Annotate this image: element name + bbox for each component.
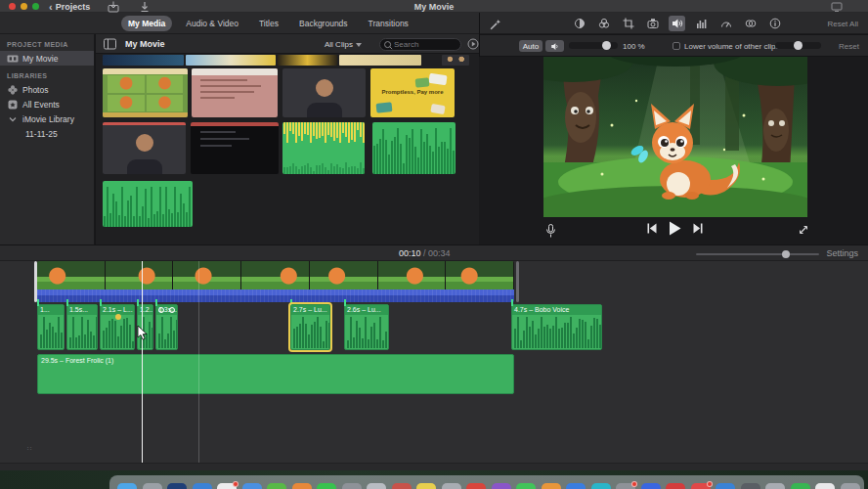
minimize-window-button[interactable] [21, 3, 27, 10]
ducking-slider[interactable] [775, 42, 821, 49]
play-button[interactable] [669, 221, 681, 236]
tab-titles[interactable]: Titles [252, 16, 285, 31]
ducking-slider-knob[interactable] [794, 41, 803, 50]
timeline-audio-clip-7[interactable]: 2.6s – Lu... [344, 304, 389, 350]
background-music-clip[interactable]: 29.5s – Forest Frolic (1) [37, 354, 514, 394]
dock-app-14-icon[interactable] [442, 483, 461, 489]
dock-app-24-icon[interactable] [691, 483, 711, 489]
volume-slider-knob[interactable] [602, 41, 611, 50]
crop-icon[interactable] [620, 16, 636, 31]
volume-icon[interactable] [669, 16, 685, 31]
voiceover-record-button[interactable] [545, 224, 556, 239]
timeline-scroll-strip[interactable] [0, 464, 868, 470]
projects-back-button[interactable]: ‹ Projects [49, 1, 90, 12]
enhance-wand-icon[interactable] [487, 17, 503, 32]
mute-button[interactable] [545, 40, 564, 52]
clips-filter-dropdown[interactable]: All Clips [325, 40, 362, 49]
dock-app-4-icon[interactable] [193, 483, 212, 489]
skimmer-line[interactable] [142, 261, 143, 463]
dock-app-8-icon[interactable] [292, 483, 312, 489]
dock-app-12-icon[interactable] [392, 483, 412, 489]
tab-audio-video[interactable]: Audio & Video [179, 16, 245, 31]
dock-app-18-icon[interactable] [542, 483, 561, 489]
clip-trim-handle-left[interactable] [34, 261, 37, 302]
dock-app-26-icon[interactable] [741, 483, 760, 489]
dock-app-20-icon[interactable] [591, 483, 611, 489]
noise-reduction-icon[interactable] [693, 16, 710, 31]
auto-volume-button[interactable]: Auto [519, 40, 542, 52]
dock-app-22-icon[interactable] [641, 483, 661, 489]
close-window-button[interactable] [9, 3, 16, 10]
info-icon[interactable] [766, 16, 783, 31]
tab-transitions[interactable]: Transitions [362, 16, 415, 31]
promo-clip[interactable]: Promptless, Pay more [370, 68, 455, 117]
tab-backgrounds[interactable]: Backgrounds [292, 16, 355, 31]
previous-frame-button[interactable] [647, 223, 657, 234]
dock-app-29-icon[interactable] [815, 483, 835, 489]
reset-all-button[interactable]: Reset All [827, 20, 858, 28]
dock-app-11-icon[interactable] [367, 483, 386, 489]
terminal-clip[interactable] [191, 122, 279, 174]
audio-waveform-clip-3[interactable] [103, 181, 193, 227]
dock-app-1-icon[interactable] [117, 483, 137, 489]
zoom-window-button[interactable] [32, 3, 39, 10]
clip-trim-handle-right[interactable] [516, 261, 519, 302]
volume-slider[interactable] [569, 42, 618, 49]
timeline-zoom-knob[interactable] [782, 250, 790, 258]
talking-head-clip[interactable] [282, 68, 366, 117]
sidebar-item-imovie-library[interactable]: iMovie Library [0, 111, 94, 126]
audio-waveform-clip-1[interactable] [282, 122, 365, 174]
timeline-video-clip[interactable] [37, 261, 514, 302]
sidebar-item-my-movie[interactable]: My Movie [0, 51, 94, 66]
import-media-icon[interactable] [108, 1, 119, 13]
sidebar-toggle-icon[interactable] [104, 38, 116, 50]
speed-icon[interactable] [717, 16, 734, 31]
volume-reset-button[interactable]: Reset [839, 42, 859, 51]
audio-waveform-clip-2[interactable] [372, 122, 456, 174]
timeline-audio-clip-3[interactable]: 2.1s – L... [100, 304, 135, 350]
dock-app-28-icon[interactable] [791, 483, 810, 489]
dock-app-7-icon[interactable] [267, 483, 286, 489]
timeline-audio-clip-2[interactable]: 1.5s... [66, 304, 98, 350]
tab-my-media[interactable]: My Media [121, 16, 172, 31]
timeline-audio-clip-6[interactable]: 2.7s – Lu... [290, 304, 330, 350]
dock-app-9-icon[interactable] [317, 483, 336, 489]
lower-volume-checkbox[interactable] [673, 42, 680, 50]
color-balance-icon[interactable] [571, 16, 587, 31]
sidebar-item-all-events[interactable]: All Events [0, 97, 94, 111]
timeline-settings-button[interactable]: Settings [826, 248, 858, 258]
dock-app-16-icon[interactable] [492, 483, 511, 489]
timeline-audio-clip-8[interactable]: 4.7s – Bobo Voice [511, 304, 602, 350]
dock-app-6-icon[interactable] [242, 483, 262, 489]
dock-app-15-icon[interactable] [466, 483, 486, 489]
stabilization-icon[interactable] [644, 16, 661, 31]
sidebar-item-photos[interactable]: Photos [0, 82, 94, 97]
dock-app-17-icon[interactable] [516, 483, 536, 489]
fade-handle-left[interactable] [158, 307, 164, 313]
color-correction-icon[interactable] [595, 16, 612, 31]
dock-app-5-icon[interactable] [217, 483, 237, 489]
search-input[interactable] [394, 39, 458, 50]
dock-app-21-icon[interactable] [616, 483, 635, 489]
dock-trash-icon[interactable] [841, 483, 860, 489]
video-preview[interactable] [543, 57, 807, 217]
fade-handle-right[interactable] [169, 307, 175, 313]
dock-app-3-icon[interactable] [167, 483, 187, 489]
fox-collage-clip[interactable] [103, 68, 188, 117]
clip-filter-menu-icon[interactable] [467, 38, 479, 50]
dock-app-27-icon[interactable] [765, 483, 785, 489]
notes-card-clip[interactable] [192, 68, 278, 117]
timeline-zoom-slider[interactable] [696, 253, 819, 255]
next-frame-button[interactable] [693, 223, 703, 234]
fullscreen-icon[interactable] [798, 224, 809, 236]
timeline-audio-clip-1[interactable]: 1... [37, 304, 65, 350]
sidebar-item-11-11-25[interactable]: 11-11-25 [0, 126, 94, 141]
dock-app-25-icon[interactable] [716, 483, 735, 489]
display-icon[interactable] [831, 1, 843, 13]
dock-app-2-icon[interactable] [143, 483, 162, 489]
timeline-audio-clip-5[interactable]: 1.3s... [155, 304, 178, 350]
download-arrow-icon[interactable] [139, 1, 151, 13]
talking-head-clip-2[interactable] [103, 122, 186, 174]
clip-filter-icon[interactable] [742, 16, 759, 31]
dock-app-10-icon[interactable] [342, 483, 362, 489]
